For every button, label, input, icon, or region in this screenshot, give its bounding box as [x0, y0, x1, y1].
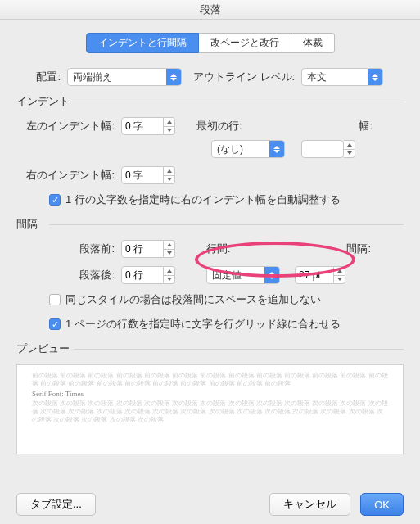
before-input[interactable] [121, 240, 164, 258]
first-line-label: 最初の行: [196, 119, 242, 133]
dropdown-arrows-icon [264, 267, 279, 283]
right-indent-label: 右のインデント幅: [16, 168, 115, 183]
first-line-select[interactable]: (なし) [211, 140, 285, 158]
left-indent-field[interactable] [121, 117, 175, 135]
stepper[interactable] [164, 240, 175, 258]
preview-before-text: 前の段落 前の段落 前の段落 前の段落 前の段落 前の段落 前の段落 前の段落 … [32, 372, 388, 388]
line-spacing-label: 行間: [206, 242, 231, 256]
stepper[interactable] [334, 266, 345, 284]
preview-label: プレビュー [16, 341, 404, 356]
preview-box: 前の段落 前の段落 前の段落 前の段落 前の段落 前の段落 前の段落 前の段落 … [16, 364, 404, 454]
gap-input[interactable] [295, 266, 334, 284]
outline-value: 本文 [307, 70, 327, 84]
preview-sample-text: Serif Font: Times [32, 390, 388, 398]
dropdown-arrows-icon [368, 69, 382, 85]
grid-checkbox[interactable]: 1 ページの行数を指定時に文字を行グリッド線に合わせる [49, 317, 404, 332]
before-label: 段落前: [16, 242, 115, 256]
left-indent-label: 左のインデント幅: [16, 119, 115, 133]
after-field[interactable] [121, 266, 175, 284]
auto-adjust-label: 1 行の文字数を指定時に右のインデント幅を自動調整する [65, 192, 341, 207]
same-style-checkbox[interactable]: 同じスタイルの場合は段落間にスペースを追加しない [49, 292, 404, 307]
after-label: 段落後: [16, 268, 115, 282]
auto-adjust-checkbox[interactable]: 1 行の文字数を指定時に右のインデント幅を自動調整する [49, 192, 404, 207]
checkbox-icon [49, 318, 61, 330]
dropdown-arrows-icon [269, 141, 284, 157]
before-field[interactable] [121, 240, 175, 258]
stepper[interactable] [164, 117, 175, 135]
tab-layout[interactable]: 体裁 [291, 33, 335, 53]
left-indent-input[interactable] [121, 117, 164, 135]
cancel-button[interactable]: キャンセル [269, 493, 350, 516]
alignment-value: 両端揃え [73, 70, 112, 84]
outline-select[interactable]: 本文 [301, 68, 383, 86]
gap-field[interactable] [295, 266, 345, 284]
stepper[interactable] [344, 140, 355, 158]
spacing-group: 間隔 [16, 217, 404, 232]
dropdown-arrows-icon [166, 69, 181, 85]
right-indent-input[interactable] [121, 166, 164, 184]
right-indent-field[interactable] [121, 166, 175, 184]
ok-button[interactable]: OK [360, 493, 404, 516]
indent-width-field[interactable] [301, 140, 355, 158]
checkbox-icon [49, 294, 61, 305]
window-title: 段落 [0, 0, 420, 20]
after-input[interactable] [121, 266, 164, 284]
alignment-select[interactable]: 両端揃え [67, 68, 182, 86]
outline-label: アウトライン レベル: [193, 70, 295, 84]
grid-label: 1 ページの行数を指定時に文字を行グリッド線に合わせる [65, 317, 341, 332]
tab-page-break[interactable]: 改ページと改行 [199, 33, 291, 53]
indent-width-input[interactable] [301, 140, 344, 158]
stepper[interactable] [164, 266, 175, 284]
tabs-button[interactable]: タブ設定... [16, 493, 96, 516]
line-spacing-select[interactable]: 固定値 [206, 266, 280, 284]
gap-label: 間隔: [346, 242, 371, 256]
alignment-label: 配置: [16, 70, 61, 84]
tab-indent-spacing[interactable]: インデントと行間隔 [86, 33, 199, 53]
preview-after-text: 次の段落 次の段落 次の段落 次の段落 次の段落 次の段落 次の段落 次の段落 … [32, 400, 388, 424]
first-line-value: (なし) [217, 142, 243, 156]
indent-group: インデント [16, 94, 404, 109]
tab-bar: インデントと行間隔 改ページと改行 体裁 [16, 33, 404, 53]
indent-width-label: 幅: [359, 119, 373, 133]
checkbox-icon [49, 194, 61, 206]
stepper[interactable] [164, 166, 175, 184]
line-spacing-value: 固定値 [212, 269, 242, 282]
same-style-label: 同じスタイルの場合は段落間にスペースを追加しない [65, 292, 321, 307]
